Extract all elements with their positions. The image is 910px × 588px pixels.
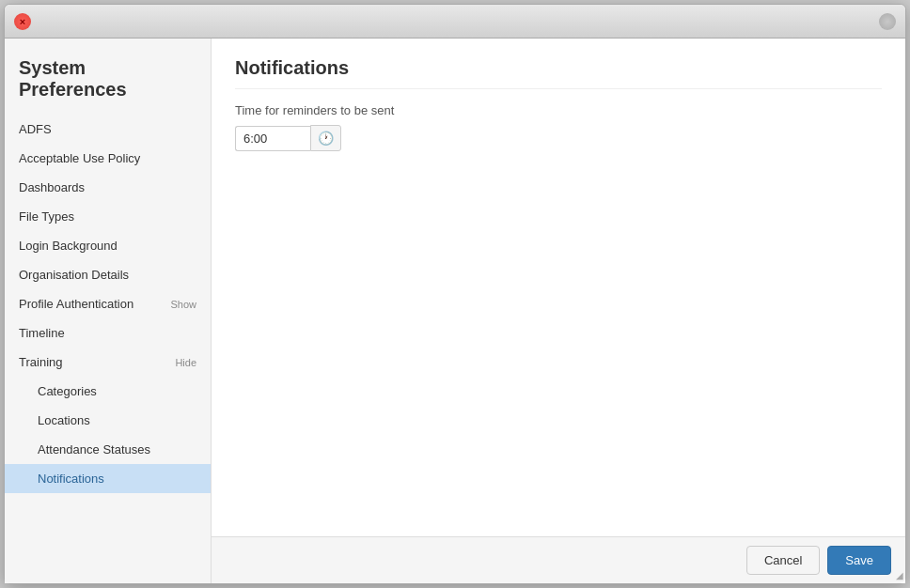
profile-auth-toggle[interactable]: Show xyxy=(170,299,196,310)
sidebar-item-organisation-details[interactable]: Organisation Details xyxy=(5,260,211,289)
close-button[interactable]: × xyxy=(14,13,31,30)
sidebar-item-acceptable-use-policy[interactable]: Acceptable Use Policy xyxy=(5,144,211,173)
time-input-container: 🕐 xyxy=(235,125,882,151)
main-content: Notifications Time for reminders to be s… xyxy=(212,39,905,583)
cancel-button[interactable]: Cancel xyxy=(746,546,820,575)
modal-body: System Preferences ADFS Acceptable Use P… xyxy=(5,39,905,583)
titlebar: × xyxy=(5,5,905,39)
sidebar-item-label: Dashboards xyxy=(19,180,85,194)
sidebar-item-login-background[interactable]: Login Background xyxy=(5,231,211,260)
sidebar-item-locations[interactable]: Locations xyxy=(5,406,211,435)
sidebar-item-dashboards[interactable]: Dashboards xyxy=(5,173,211,202)
time-input[interactable] xyxy=(235,126,310,151)
sidebar-item-label: Training xyxy=(19,355,62,369)
sidebar-item-label: Login Background xyxy=(19,239,118,253)
sidebar-item-label: Profile Authentication xyxy=(19,297,133,311)
content-area: Notifications Time for reminders to be s… xyxy=(212,39,905,536)
save-button[interactable]: Save xyxy=(827,546,891,575)
sidebar-item-label: Timeline xyxy=(19,326,65,340)
sidebar-item-label: Locations xyxy=(38,413,90,427)
sidebar-item-label: File Types xyxy=(19,209,74,224)
sidebar-item-label: Attendance Statuses xyxy=(38,442,150,456)
sidebar-item-timeline[interactable]: Timeline xyxy=(5,318,211,348)
sidebar-title: System Preferences xyxy=(5,48,211,115)
sidebar-item-attendance-statuses[interactable]: Attendance Statuses xyxy=(5,435,211,464)
sidebar-item-categories[interactable]: Categories xyxy=(5,377,211,406)
sidebar-item-label: ADFS xyxy=(19,122,52,136)
content-title: Notifications xyxy=(235,57,882,89)
modal-window: × System Preferences ADFS Acceptable Use… xyxy=(4,4,906,584)
expand-button[interactable] xyxy=(879,13,896,30)
clock-icon: 🕐 xyxy=(318,131,334,146)
clock-icon-button[interactable]: 🕐 xyxy=(310,125,341,151)
sidebar-item-file-types[interactable]: File Types xyxy=(5,202,211,231)
resize-handle[interactable]: ◢ xyxy=(892,570,903,581)
sidebar: System Preferences ADFS Acceptable Use P… xyxy=(5,39,212,583)
sidebar-item-label: Organisation Details xyxy=(19,268,129,282)
sidebar-item-label: Acceptable Use Policy xyxy=(19,151,140,165)
sidebar-item-notifications[interactable]: Notifications xyxy=(5,464,211,493)
footer: Cancel Save xyxy=(212,536,905,583)
sidebar-item-profile-authentication[interactable]: Profile Authentication Show xyxy=(5,289,211,318)
sidebar-item-adfs[interactable]: ADFS xyxy=(5,115,211,144)
sidebar-item-label: Categories xyxy=(38,384,97,398)
field-label: Time for reminders to be sent xyxy=(235,103,882,117)
training-toggle[interactable]: Hide xyxy=(175,357,196,368)
sidebar-item-training[interactable]: Training Hide xyxy=(5,348,211,377)
sidebar-item-label: Notifications xyxy=(38,472,104,486)
